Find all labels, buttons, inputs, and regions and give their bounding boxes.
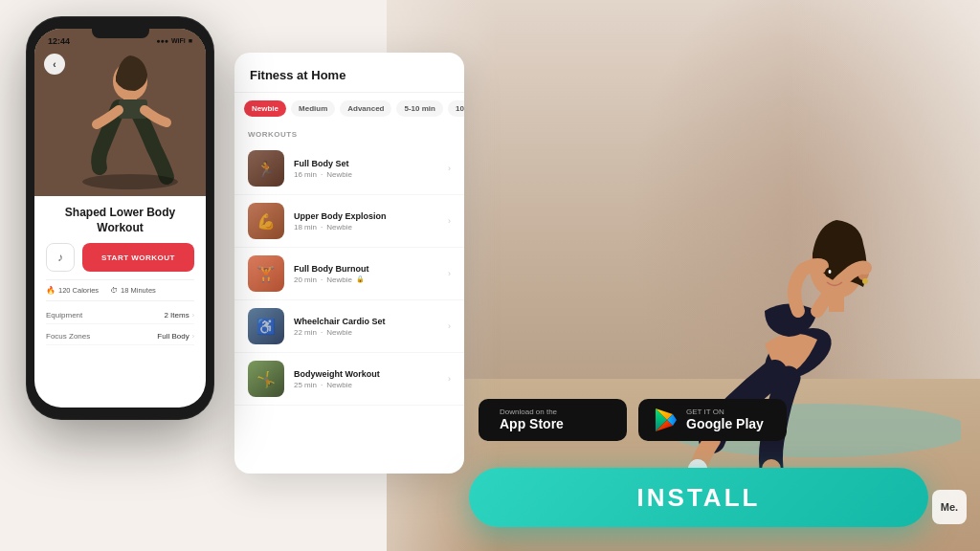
lock-icon: 🔒 [356, 276, 365, 283]
app-panel: Fitness at Home Newbie Medium Advanced 5… [234, 53, 464, 474]
item-chevron-3: › [448, 269, 451, 278]
equipment-value: 2 Items › [164, 311, 194, 320]
download-buttons: Download on the App Store [479, 399, 787, 441]
item-chevron-5: › [448, 374, 451, 384]
phone-mockup: 12:44 ●●● WiFi ■ ‹ Shaped Lower Body Wor… [27, 17, 213, 419]
install-button[interactable]: INSTALL [469, 468, 928, 527]
music-button[interactable]: ♪ [46, 243, 75, 272]
workout-thumb-1: 🏃 [248, 150, 284, 187]
fire-icon: 🔥 [46, 286, 56, 295]
workouts-section-label: WORKOUTS [234, 124, 464, 143]
equipment-label: Equipment [46, 311, 82, 320]
back-button[interactable]: ‹ [44, 54, 65, 75]
workout-info-1: Full Body Set 16 min · Newbie [294, 159, 438, 179]
google-play-button[interactable]: GET IT ON Google Play [638, 399, 787, 441]
workout-info-2: Upper Body Explosion 18 min · Newbie [294, 211, 438, 231]
item-chevron-4: › [448, 321, 451, 331]
duration-stat: ⏱ 18 Minutes [110, 286, 156, 295]
filter-advanced[interactable]: Advanced [340, 100, 391, 117]
me-logo: Me. [932, 490, 967, 524]
list-item[interactable]: 🤸 Bodyweight Workout 25 min · Newbie › [234, 353, 464, 406]
workout-info-5: Bodyweight Workout 25 min · Newbie [294, 369, 438, 389]
list-item[interactable]: 🏃 Full Body Set 16 min · Newbie › [234, 143, 464, 195]
google-play-text: GET IT ON Google Play [686, 408, 764, 432]
calories-stat: 🔥 120 Calories [46, 286, 99, 295]
google-play-sub: GET IT ON [686, 408, 764, 416]
signal-icon: ●●● [156, 37, 168, 44]
phone-notch [92, 29, 149, 38]
google-play-icon [652, 407, 679, 433]
workout-info-4: Wheelchair Cardio Set 22 min · Newbie [294, 317, 438, 337]
app-store-sub: Download on the [500, 408, 564, 416]
app-store-name: App Store [500, 416, 564, 432]
phone-screen: 12:44 ●●● WiFi ■ ‹ Shaped Lower Body Wor… [34, 29, 206, 408]
start-workout-button[interactable]: START WORKOUT [82, 243, 194, 272]
filter-10-20[interactable]: 10-20 min [448, 100, 464, 117]
status-icons: ●●● WiFi ■ [156, 37, 192, 44]
focus-value: Full Body › [157, 332, 194, 341]
workout-actions: ♪ START WORKOUT [46, 243, 194, 272]
list-item[interactable]: 🏋️ Full Body Burnout 20 min · Newbie 🔒 › [234, 248, 464, 300]
workout-info-3: Full Body Burnout 20 min · Newbie 🔒 [294, 264, 438, 284]
list-item[interactable]: 💪 Upper Body Explosion 18 min · Newbie › [234, 195, 464, 248]
filter-medium[interactable]: Medium [291, 100, 335, 117]
workout-thumb-2: 💪 [248, 203, 284, 239]
status-time: 12:44 [48, 36, 70, 46]
workout-thumb-4: ♿ [248, 308, 284, 344]
install-label: INSTALL [637, 483, 761, 513]
filter-bar: Newbie Medium Advanced 5-10 min 10-20 mi… [234, 93, 464, 124]
duration-value: 18 Minutes [121, 286, 156, 295]
calories-value: 120 Calories [58, 286, 99, 295]
svg-point-4 [862, 278, 868, 284]
svg-point-7 [829, 270, 832, 274]
panel-title: Fitness at Home [234, 53, 464, 93]
app-store-text: Download on the App Store [500, 408, 564, 432]
music-icon: ♪ [57, 251, 63, 264]
focus-zones-row[interactable]: Focus Zones Full Body › [46, 328, 194, 345]
workout-info-section: Shaped Lower Body Workout ♪ START WORKOU… [34, 196, 206, 353]
woman-figure [597, 29, 961, 526]
equipment-chevron: › [192, 312, 194, 319]
list-item[interactable]: ♿ Wheelchair Cardio Set 22 min · Newbie … [234, 300, 464, 353]
item-chevron-1: › [448, 164, 451, 173]
workout-thumb-5: 🤸 [248, 361, 284, 397]
app-store-button[interactable]: Download on the App Store [479, 399, 627, 441]
workout-stats: 🔥 120 Calories ⏱ 18 Minutes [46, 279, 194, 301]
workout-hero-image: 12:44 ●●● WiFi ■ ‹ [34, 29, 206, 196]
workout-details: Equipment 2 Items › Focus Zones Full Bod… [46, 307, 194, 345]
workout-thumb-3: 🏋️ [248, 255, 284, 292]
battery-icon: ■ [189, 37, 192, 44]
equipment-row[interactable]: Equipment 2 Items › [46, 307, 194, 324]
svg-point-12 [82, 174, 178, 189]
workout-title: Shaped Lower Body Workout [46, 206, 194, 235]
filter-newbie[interactable]: Newbie [244, 100, 286, 117]
workout-list: 🏃 Full Body Set 16 min · Newbie › 💪 Uppe… [234, 143, 464, 406]
focus-label: Focus Zones [46, 332, 90, 341]
filter-5-10[interactable]: 5-10 min [396, 100, 442, 117]
focus-chevron: › [192, 333, 194, 340]
wifi-icon: WiFi [171, 37, 186, 44]
google-play-name: Google Play [686, 416, 764, 432]
item-chevron-2: › [448, 216, 451, 226]
timer-icon: ⏱ [110, 286, 118, 295]
